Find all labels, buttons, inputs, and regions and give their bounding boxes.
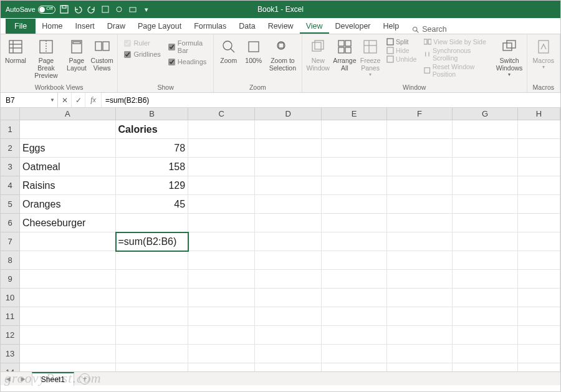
tab-insert[interactable]: Insert bbox=[69, 19, 101, 34]
cell-F8[interactable] bbox=[387, 251, 453, 270]
cell-C8[interactable] bbox=[188, 251, 255, 270]
cell-C6[interactable] bbox=[188, 214, 255, 232]
cell-A12[interactable] bbox=[20, 326, 115, 345]
row-header[interactable]: 9 bbox=[1, 270, 20, 289]
cell-E9[interactable] bbox=[322, 270, 387, 289]
cell-G10[interactable] bbox=[453, 289, 518, 307]
cell-C10[interactable] bbox=[188, 289, 255, 307]
cell-B4[interactable]: 129 bbox=[116, 176, 189, 195]
column-header[interactable]: E bbox=[322, 108, 387, 120]
cell-B5[interactable]: 45 bbox=[116, 195, 189, 214]
cell-B12[interactable] bbox=[116, 326, 189, 345]
cell-F4[interactable] bbox=[387, 176, 453, 195]
cell-B7[interactable]: =sum(B2:B6) bbox=[116, 232, 189, 251]
cell-B8[interactable] bbox=[116, 251, 189, 270]
enter-formula-button[interactable]: ✓ bbox=[72, 93, 85, 107]
cell-F9[interactable] bbox=[387, 270, 453, 289]
row-header[interactable]: 10 bbox=[1, 289, 20, 307]
cell-G13[interactable] bbox=[453, 345, 518, 363]
cell-G12[interactable] bbox=[453, 326, 518, 345]
cell-A11[interactable] bbox=[20, 307, 115, 326]
cell-E1[interactable] bbox=[322, 120, 387, 139]
cell-H4[interactable] bbox=[518, 176, 560, 195]
cell-D9[interactable] bbox=[255, 270, 322, 289]
cell-H8[interactable] bbox=[518, 251, 560, 270]
page-break-preview-button[interactable]: Page Break Preview bbox=[29, 37, 63, 80]
row-header[interactable]: 12 bbox=[1, 326, 20, 345]
cell-C1[interactable] bbox=[188, 120, 255, 139]
cell-G4[interactable] bbox=[453, 176, 518, 195]
cell-C2[interactable] bbox=[188, 139, 255, 158]
cell-E2[interactable] bbox=[322, 139, 387, 158]
cell-H2[interactable] bbox=[518, 139, 560, 158]
cell-H10[interactable] bbox=[518, 289, 560, 307]
tab-draw[interactable]: Draw bbox=[101, 19, 132, 34]
qat-icon-3[interactable] bbox=[128, 4, 138, 14]
cell-E6[interactable] bbox=[322, 214, 387, 232]
name-box[interactable]: B7 ▼ bbox=[1, 93, 58, 107]
gridlines-checkbox[interactable]: Gridlines bbox=[124, 50, 160, 58]
hide-button[interactable]: Hide bbox=[386, 47, 416, 54]
cell-F11[interactable] bbox=[387, 307, 453, 326]
column-header[interactable]: C bbox=[188, 108, 255, 120]
cell-A2[interactable]: Eggs bbox=[20, 139, 115, 158]
cell-C11[interactable] bbox=[188, 307, 255, 326]
column-header[interactable]: B bbox=[116, 108, 189, 120]
cell-H3[interactable] bbox=[518, 158, 560, 176]
cell-C5[interactable] bbox=[188, 195, 255, 214]
cell-H5[interactable] bbox=[518, 195, 560, 214]
qat-icon-1[interactable] bbox=[100, 4, 110, 14]
switch-windows-button[interactable]: Switch Windows ▾ bbox=[496, 37, 522, 79]
column-header[interactable]: D bbox=[255, 108, 322, 120]
row-header[interactable]: 1 bbox=[1, 120, 20, 139]
cell-E10[interactable] bbox=[322, 289, 387, 307]
row-header[interactable]: 2 bbox=[1, 139, 20, 158]
cell-E3[interactable] bbox=[322, 158, 387, 176]
cell-E12[interactable] bbox=[322, 326, 387, 345]
zoom-button[interactable]: Zoom bbox=[218, 37, 240, 65]
cell-A4[interactable]: Raisins bbox=[20, 176, 115, 195]
save-icon[interactable] bbox=[59, 4, 69, 14]
cell-D1[interactable] bbox=[255, 120, 322, 139]
cell-D13[interactable] bbox=[255, 345, 322, 363]
cell-B9[interactable] bbox=[116, 270, 189, 289]
tab-formulas[interactable]: Formulas bbox=[188, 19, 233, 34]
cell-H6[interactable] bbox=[518, 214, 560, 232]
row-header[interactable]: 8 bbox=[1, 251, 20, 270]
row-header[interactable]: 5 bbox=[1, 195, 20, 214]
cell-F1[interactable] bbox=[387, 120, 453, 139]
tab-data[interactable]: Data bbox=[233, 19, 261, 34]
freeze-panes-button[interactable]: Freeze Panes ▾ bbox=[359, 37, 381, 79]
cell-G3[interactable] bbox=[453, 158, 518, 176]
cell-G5[interactable] bbox=[453, 195, 518, 214]
cell-H12[interactable] bbox=[518, 326, 560, 345]
zoom-to-selection-button[interactable]: Zoom to Selection bbox=[267, 37, 298, 73]
zoom-100-button[interactable]: 100% bbox=[242, 37, 265, 65]
split-button[interactable]: Split bbox=[386, 38, 416, 45]
cell-D6[interactable] bbox=[255, 214, 322, 232]
tab-home[interactable]: Home bbox=[36, 19, 69, 34]
cell-F5[interactable] bbox=[387, 195, 453, 214]
new-window-button[interactable]: New Window bbox=[306, 37, 330, 73]
cell-D10[interactable] bbox=[255, 289, 322, 307]
cell-B6[interactable] bbox=[116, 214, 189, 232]
cell-D8[interactable] bbox=[255, 251, 322, 270]
cell-D3[interactable] bbox=[255, 158, 322, 176]
cell-C7[interactable] bbox=[188, 232, 255, 251]
cell-H7[interactable] bbox=[518, 232, 560, 251]
row-header[interactable]: 13 bbox=[1, 345, 20, 363]
cell-B1[interactable]: Calories bbox=[116, 120, 189, 139]
tab-view[interactable]: View bbox=[300, 19, 329, 34]
cell-F12[interactable] bbox=[387, 326, 453, 345]
cell-A1[interactable] bbox=[20, 120, 115, 139]
insert-function-button[interactable]: fx bbox=[85, 93, 102, 107]
cancel-formula-button[interactable]: ✕ bbox=[58, 93, 72, 107]
cell-F2[interactable] bbox=[387, 139, 453, 158]
row-header[interactable]: 11 bbox=[1, 307, 20, 326]
row-header[interactable]: 6 bbox=[1, 214, 20, 232]
arrange-all-button[interactable]: Arrange All bbox=[333, 37, 357, 73]
cell-E11[interactable] bbox=[322, 307, 387, 326]
cell-A5[interactable]: Oranges bbox=[20, 195, 115, 214]
row-header[interactable]: 4 bbox=[1, 176, 20, 195]
ruler-checkbox[interactable]: Ruler bbox=[124, 39, 160, 47]
